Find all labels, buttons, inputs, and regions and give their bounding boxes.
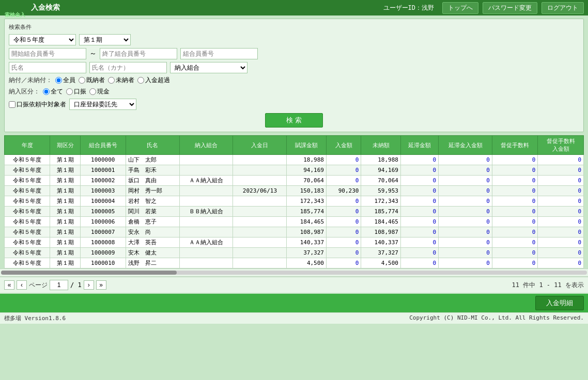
table-row[interactable]: 令和５年度 第１期 1000004 岩村 智之 172,343 0 172,34… [5, 196, 584, 207]
cell-no: 1000004 [80, 196, 126, 207]
cell-charge: 150,183 [287, 186, 327, 196]
payment-all-label[interactable]: 全員 [55, 76, 75, 85]
cell-term: 第１期 [50, 165, 80, 176]
bank-dest-select[interactable]: 口座登録委託先 [69, 99, 136, 110]
table-row[interactable]: 令和５年度 第１期 1000005 関川 若菜 ＢＢ納入組合 185,774 0… [5, 207, 584, 217]
cell-date [233, 217, 287, 227]
table-row[interactable]: 令和５年度 第１期 1000002 坂口 真由 ＡＡ納入組合 70,064 0 … [5, 176, 584, 186]
cell-term: 第１期 [50, 207, 80, 217]
type-cash-label[interactable]: 現金 [89, 87, 110, 96]
cell-term: 第１期 [50, 186, 80, 196]
cell-late-paid: 0 [439, 165, 492, 176]
top-button[interactable]: トップへ [442, 2, 478, 14]
cell-union [179, 196, 233, 207]
member-start-input[interactable] [9, 48, 86, 59]
last-page-button[interactable]: » [96, 280, 106, 290]
table-row[interactable]: 令和５年度 第１期 1000003 岡村 秀一郎 2023/06/13 150,… [5, 186, 584, 196]
cell-date [233, 227, 287, 237]
cell-no: 1000007 [80, 227, 126, 237]
horizontal-scrollbar[interactable] [0, 268, 588, 277]
term-select[interactable]: 第１期 第２期 [79, 34, 131, 45]
search-row-payment: 納付／未納付： 全員 既納者 未納者 入金超過 [9, 76, 579, 85]
cell-charge: 70,064 [287, 176, 327, 186]
cell-date [233, 207, 287, 217]
payment-all-radio[interactable] [55, 77, 62, 84]
cell-fee-paid: 0 [538, 165, 584, 176]
table-row[interactable]: 令和５年度 第１期 1000008 大澤 英吾 ＡＡ納入組合 140,337 0… [5, 237, 584, 248]
cell-late: 0 [400, 217, 438, 227]
cell-fee: 0 [492, 258, 537, 268]
data-table-container: 年度 期区分 組合員番号 氏名 納入組合 入金日 賦課金額 入金額 未納額 延滞… [4, 135, 584, 268]
member-end-input[interactable] [100, 48, 177, 59]
prev-page-button[interactable]: ‹ [17, 280, 27, 290]
union-select[interactable]: 納入組合 [170, 62, 247, 73]
bank-transfer-checkbox[interactable] [9, 101, 16, 108]
cell-no: 1000002 [80, 176, 126, 186]
cell-fee: 0 [492, 155, 537, 165]
payment-unpaid-label[interactable]: 未納者 [108, 76, 134, 85]
search-button[interactable]: 検 索 [265, 113, 323, 128]
table-row[interactable]: 令和５年度 第１期 1000010 浅野 昇二 4,500 0 4,500 0 … [5, 258, 584, 268]
cell-fee: 0 [492, 237, 537, 248]
name-input[interactable] [9, 62, 86, 73]
cell-fee-paid: 0 [538, 207, 584, 217]
cell-union: ＢＢ納入組合 [179, 207, 233, 217]
member-no-input[interactable] [180, 48, 258, 59]
table-row[interactable]: 令和５年度 第１期 1000007 安永 尚 108,987 0 108,987… [5, 227, 584, 237]
payment-unpaid-radio[interactable] [108, 77, 115, 84]
first-page-button[interactable]: « [4, 280, 14, 290]
cell-name: 岩村 智之 [126, 196, 180, 207]
data-table: 年度 期区分 組合員番号 氏名 納入組合 入金日 賦課金額 入金額 未納額 延滞… [4, 135, 584, 268]
table-row[interactable]: 令和５年度 第１期 1000001 手島 彩禾 94,169 0 94,169 … [5, 165, 584, 176]
cell-term: 第１期 [50, 176, 80, 186]
cell-fee-paid: 0 [538, 237, 584, 248]
cell-unpaid: 94,169 [361, 165, 401, 176]
cell-fee: 0 [492, 248, 537, 258]
cell-charge: 185,774 [287, 207, 327, 217]
payment-paid-radio[interactable] [79, 77, 85, 84]
table-header: 年度 期区分 組合員番号 氏名 納入組合 入金日 賦課金額 入金額 未納額 延滞… [5, 136, 584, 155]
cell-name: 大澤 英吾 [126, 237, 180, 248]
table-row[interactable]: 令和５年度 第１期 1000006 倉橋 恵子 184,465 0 184,46… [5, 217, 584, 227]
col-unpaid: 未納額 [361, 136, 401, 155]
year-select[interactable]: 令和５年度 令和４年度 [9, 34, 76, 45]
cell-fee-paid: 0 [538, 176, 584, 186]
detail-button[interactable]: 入金明細 [535, 296, 584, 310]
type-bank-radio[interactable] [66, 88, 73, 95]
cell-fee-paid: 0 [538, 196, 584, 207]
password-button[interactable]: パスワード変更 [483, 2, 537, 14]
scrollbar-thumb[interactable] [1, 271, 177, 275]
type-all-radio[interactable] [43, 88, 50, 95]
page-total: / 1 [70, 281, 82, 289]
col-paid: 入金額 [327, 136, 361, 155]
cell-unpaid: 172,343 [361, 196, 401, 207]
col-no: 組合員番号 [80, 136, 126, 155]
next-page-button[interactable]: › [84, 280, 94, 290]
logout-button[interactable]: ログアウト [541, 2, 584, 14]
bank-transfer-checkbox-label[interactable]: 口振依頼中対象者 [9, 100, 66, 109]
cell-late: 0 [400, 237, 438, 248]
cell-charge: 4,500 [287, 258, 327, 268]
payment-over-label[interactable]: 入金超過 [137, 76, 170, 85]
table-row[interactable]: 令和５年度 第１期 1000000 山下 太郎 18,988 0 18,988 … [5, 155, 584, 165]
cell-unpaid: 184,465 [361, 217, 401, 227]
cell-year: 令和５年度 [5, 237, 50, 248]
cell-unpaid: 185,774 [361, 207, 401, 217]
scrollbar-track[interactable] [1, 271, 587, 275]
cell-no: 1000001 [80, 165, 126, 176]
cell-date [233, 237, 287, 248]
type-bank-label[interactable]: 口振 [66, 87, 86, 96]
payment-paid-label[interactable]: 既納者 [79, 76, 105, 85]
cell-late: 0 [400, 248, 438, 258]
cell-name: 坂口 真由 [126, 176, 180, 186]
type-all-label[interactable]: 全て [43, 87, 63, 96]
cell-name: 山下 太郎 [126, 155, 180, 165]
page-number-input[interactable] [50, 280, 68, 290]
table-row[interactable]: 令和５年度 第１期 1000009 安木 健太 37,327 0 37,327 … [5, 248, 584, 258]
payment-over-radio[interactable] [137, 77, 144, 84]
type-cash-radio[interactable] [89, 88, 96, 95]
cell-year: 令和５年度 [5, 186, 50, 196]
cell-late-paid: 0 [439, 227, 492, 237]
cell-no: 1000008 [80, 237, 126, 248]
name-kana-input[interactable] [89, 62, 167, 73]
